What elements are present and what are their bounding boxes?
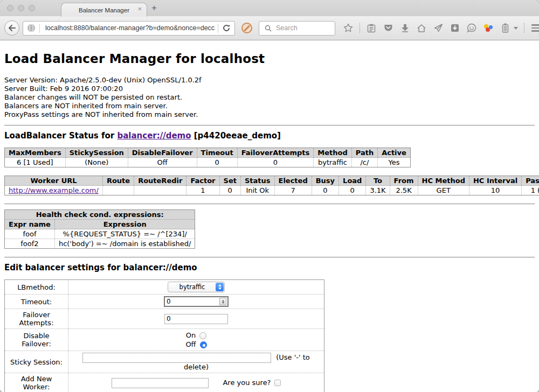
balancer-status-table: MaxMembers StickySession DisableFailover… — [4, 148, 411, 167]
failover-attempts-label: Failover Attempts: — [5, 309, 68, 329]
radio-off-label: Off — [185, 340, 196, 348]
navigation-toolbar: localhost:8880/balancer-manager?b=demo&n… — [0, 16, 539, 40]
url-bar[interactable]: localhost:8880/balancer-manager?b=demo&n… — [23, 21, 235, 36]
menu-hamburger-icon[interactable] — [530, 23, 539, 33]
send-tab-icon[interactable] — [433, 23, 444, 33]
confirm-label: Are you sure? — [223, 379, 271, 387]
sticky-session-input[interactable] — [82, 353, 271, 363]
col-hc-method: HC Method — [418, 176, 469, 186]
select-stepper-icon — [216, 283, 224, 291]
table-header-row: MaxMembers StickySession DisableFailover… — [5, 148, 411, 158]
col-maxmembers: MaxMembers — [5, 148, 66, 158]
back-button[interactable] — [4, 20, 19, 36]
col-timeout: Timeout — [197, 148, 237, 158]
col-to: To — [366, 176, 390, 186]
zoom-window-button[interactable] — [29, 5, 35, 11]
reload-icon[interactable] — [221, 23, 232, 33]
table-title-row: Health check cond. expressions: — [5, 210, 195, 220]
new-tab-button[interactable]: + — [151, 3, 157, 13]
col-path: Path — [351, 148, 377, 158]
col-busy: Busy — [312, 176, 338, 186]
col-elected: Elected — [274, 176, 312, 186]
bookmark-star-icon[interactable] — [343, 23, 354, 33]
col-load: Load — [339, 176, 366, 186]
table-row: foof %{REQUEST_STATUS} =~ /^[234]/ — [5, 229, 195, 239]
table-header-row: Worker URL Route RouteRedir Factor Set S… — [5, 176, 539, 186]
overflow-caret-icon[interactable] — [514, 27, 518, 30]
cell-route — [102, 186, 134, 195]
tab-balancer-manager[interactable]: Balancer Manager × — [61, 3, 147, 17]
col-hc-interval: HC Interval — [469, 176, 521, 186]
downloads-icon[interactable] — [399, 23, 410, 33]
cell-expr-name: foof — [5, 229, 55, 239]
cell-method: bytraffic — [314, 158, 351, 167]
form-row-sticky-session: Sticky Session: (Use '-' to delete) — [5, 351, 324, 373]
minimize-window-button[interactable] — [18, 5, 24, 11]
table-row: foof2 hc('body') =~ /domain is establish… — [5, 239, 195, 249]
cell-passes: 1 (0) — [522, 186, 539, 195]
worker-url-link[interactable]: http://www.example.com/ — [9, 186, 99, 194]
cell-elected: 7 — [274, 186, 312, 195]
inherit-note: Balancers are NOT inherited from main se… — [4, 102, 535, 110]
lbmethod-select[interactable]: bytraffic — [168, 282, 225, 292]
cell-load: 0 — [339, 186, 366, 195]
cell-disablefailover: Off — [128, 158, 197, 167]
extension-colordots-icon[interactable] — [483, 23, 494, 33]
tab-close-icon[interactable]: × — [137, 5, 142, 12]
cell-hc-interval: 10 — [469, 186, 521, 195]
form-row-add-worker: Add New Worker: Are you sure? — [5, 373, 324, 392]
url-text[interactable]: localhost:8880/balancer-manager?b=demo&n… — [45, 24, 215, 32]
cell-busy: 0 — [312, 186, 338, 195]
cell-hc-method: GET — [418, 186, 469, 195]
search-icon — [262, 23, 273, 33]
cell-timeout: 0 — [197, 158, 237, 167]
content-blocked-icon[interactable] — [241, 23, 252, 33]
cell-path: /c/ — [351, 158, 377, 167]
disable-failover-on-radio[interactable] — [199, 332, 206, 339]
cell-maxmembers: 6 [1 Used] — [5, 158, 66, 167]
failover-attempts-input[interactable] — [164, 314, 228, 324]
battery-status-icon[interactable] — [500, 23, 510, 33]
col-set: Set — [219, 176, 240, 186]
cell-expr-name: foof2 — [5, 239, 55, 249]
page-content: Load Balancer Manager for localhost Serv… — [0, 41, 539, 392]
worker-status-table: Worker URL Route RouteRedir Factor Set S… — [4, 176, 539, 195]
tab-bar: Balancer Manager × + — [0, 0, 539, 16]
col-worker-url: Worker URL — [5, 176, 103, 186]
cell-to: 3.1K — [366, 186, 390, 195]
pocket-icon[interactable] — [383, 23, 393, 33]
page-title: Load Balancer Manager for localhost — [4, 52, 535, 66]
disable-failover-off-radio[interactable] — [200, 341, 207, 348]
col-disablefailover: DisableFailover — [128, 148, 197, 158]
timeout-label: Timeout: — [5, 295, 68, 309]
site-identity-globe-icon[interactable] — [26, 23, 37, 33]
save-to-device-icon[interactable] — [450, 23, 460, 33]
search-bar[interactable]: Search — [259, 21, 335, 36]
sticky-session-label: Sticky Session: — [5, 351, 68, 373]
col-failoverattempts: FailoverAttempts — [237, 148, 314, 158]
form-row-timeout: Timeout: — [5, 295, 324, 309]
bookmarks-list-icon[interactable] — [366, 23, 377, 33]
feedback-smiley-icon[interactable] — [466, 23, 477, 33]
close-window-button[interactable] — [7, 5, 13, 11]
section-divider — [4, 125, 535, 126]
disable-failover-label: Disable Failover: — [5, 329, 68, 351]
col-stickysession: StickySession — [65, 148, 128, 158]
col-expr-name: Expr name — [5, 220, 55, 229]
balancer-demo-link[interactable]: balancer://demo — [117, 131, 191, 141]
home-icon[interactable] — [416, 23, 427, 33]
timeout-input[interactable] — [165, 298, 219, 305]
table-row: 6 [1 Used] (None) Off 0 0 bytraffic /c/ … — [5, 158, 411, 167]
cell-factor: 1 — [186, 186, 219, 195]
server-version: Server Version: Apache/2.5.0-dev (Unix) … — [4, 76, 535, 85]
window-controls — [7, 5, 35, 11]
cell-set: 0 — [219, 186, 240, 195]
col-active: Active — [378, 148, 411, 158]
add-worker-input[interactable] — [112, 378, 209, 388]
col-route: Route — [102, 176, 134, 186]
browser-window: Balancer Manager × + localhost:8880/bala… — [0, 0, 539, 392]
timeout-field-wrap — [164, 296, 229, 307]
number-spinner-icon[interactable] — [219, 298, 226, 305]
edit-balancer-form: LBmethod: bytraffic Timeout: — [4, 279, 324, 392]
confirm-checkbox[interactable] — [274, 380, 281, 386]
